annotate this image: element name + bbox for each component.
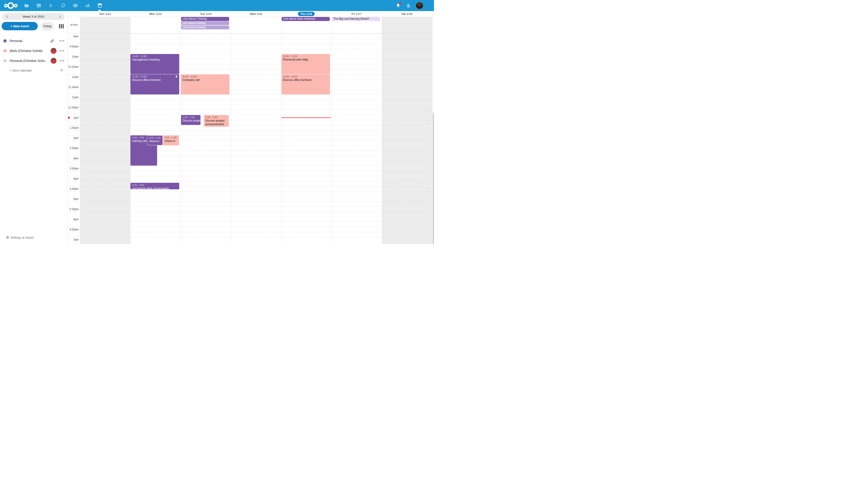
grid-line-dotted — [68, 69, 432, 70]
previous-week-button[interactable] — [2, 13, 12, 20]
nextcloud-logo-icon[interactable] — [4, 2, 18, 9]
event-chip[interactable]: 1:00 - 1:30Discuss project announcement — [181, 115, 200, 125]
calendar-actions-menu-icon[interactable] — [60, 60, 64, 61]
time-axis-label: 6pm — [68, 218, 79, 221]
event-chip[interactable]: 2:00 - 2:30check-in — [147, 135, 163, 145]
all-day-label: all-day — [68, 23, 80, 26]
scrollbar-thumb[interactable] — [433, 112, 434, 244]
next-week-button[interactable] — [55, 13, 65, 20]
new-event-button[interactable]: + New event — [2, 22, 38, 30]
active-day-pill: Thu 1/16 — [298, 12, 315, 16]
grid-line-solid — [68, 54, 432, 54]
calendar-icon[interactable] — [94, 0, 106, 11]
day-header-tue[interactable]: Tue 1/14 — [181, 11, 231, 17]
event-chip[interactable]: 10:00 - 11:00management meeting — [130, 54, 179, 74]
talk-bubble-icon[interactable] — [57, 0, 69, 11]
calendar-color-dot[interactable] — [3, 59, 6, 62]
day-header-fri[interactable]: Fri 1/17 — [331, 11, 381, 17]
time-axis-label: 10:30am — [68, 65, 79, 68]
calendar-list-item[interactable]: Personal (Christine Scho... — [0, 56, 68, 66]
event-time: 1:00 - 1:30 — [183, 116, 199, 119]
grid-line-solid — [68, 34, 432, 34]
calendar-name: Personal (Christine Scho... — [10, 59, 48, 63]
grid-line-dotted — [68, 201, 432, 202]
photos-icon[interactable] — [33, 0, 45, 11]
calendar-actions-menu-icon[interactable] — [60, 40, 64, 41]
grid-line-dotted — [68, 151, 432, 151]
grid-line-solid — [68, 95, 432, 95]
time-axis-label: 2pm — [68, 136, 79, 140]
time-axis-label: 2:30pm — [68, 147, 79, 150]
calendar-sidebar: Week 3 of 2020 + New event Today Persona… — [0, 11, 68, 244]
event-time: 10:00 - 11:00 — [132, 55, 178, 58]
calendar-actions-menu-icon[interactable] — [60, 51, 64, 52]
today-button[interactable]: Today — [41, 22, 54, 30]
grid-line-solid — [68, 145, 432, 146]
day-header-thu[interactable]: Thu 1/16 — [281, 11, 331, 17]
all-day-event-chip[interactable]: Line Dance Training — [181, 17, 229, 21]
week-label[interactable]: Week 3 of 2020 — [12, 15, 55, 18]
week-view-toggle-icon[interactable] — [59, 24, 64, 29]
event-title: Discuss office furniture — [132, 78, 178, 82]
new-calendar-button[interactable]: + New calendar+ — [0, 66, 68, 76]
event-chip[interactable]: 11:00 - 12:00Company call — [181, 74, 229, 94]
calendar-list-item[interactable]: Personal — [0, 36, 68, 46]
calendar-name: Work (Christine Schott) — [10, 49, 42, 53]
event-chip[interactable]: 1:00 - 1:30Discuss project announcement — [204, 115, 229, 127]
column-border — [231, 11, 231, 244]
event-chip[interactable]: 11:00 - 12:00Discuss office furniture — [281, 74, 330, 94]
grid-line-solid — [68, 115, 432, 115]
time-axis-label: 4:30pm — [68, 187, 79, 191]
time-axis-label: 5pm — [68, 197, 79, 201]
people-icon[interactable] — [81, 0, 94, 11]
new-calendar-label: + New calendar — [10, 69, 32, 72]
calendar-color-dot[interactable] — [3, 39, 6, 42]
day-header-mon[interactable]: Mon 1/13 — [130, 11, 180, 17]
grid-line-solid — [68, 196, 432, 197]
contacts-menu-icon[interactable] — [405, 3, 411, 8]
grid-line-solid — [68, 44, 432, 44]
share-link-icon[interactable] — [50, 39, 54, 43]
day-header-sat[interactable]: Sat 1/18 — [382, 11, 432, 17]
topbar-right-controls — [396, 0, 423, 11]
time-axis-label: 9:30am — [68, 45, 79, 48]
grid-line-dotted — [68, 181, 432, 182]
day-header-wed[interactable]: Wed 1/15 — [231, 11, 281, 17]
event-chip[interactable]: 11:00 - 12:00Discuss office furniture — [130, 74, 179, 94]
column-border — [80, 11, 80, 244]
lightning-icon[interactable] — [45, 0, 57, 11]
gear-icon: ⚙ — [6, 235, 9, 239]
grid-line-dotted — [68, 90, 432, 90]
event-chip[interactable]: 2:00 - 2:30check-in — [163, 135, 179, 145]
calendar-color-dot[interactable] — [3, 49, 6, 53]
time-axis-label: 12pm — [68, 96, 79, 99]
all-day-event-chip[interactable]: The Big Line Dancing Show!!! — [332, 17, 380, 21]
envelope-icon[interactable] — [69, 0, 81, 11]
vertical-scrollbar[interactable] — [432, 11, 434, 244]
shared-by-avatar — [51, 48, 57, 54]
grid-line-dotted — [68, 130, 432, 131]
calendar-list-item[interactable]: Work (Christine Schott) — [0, 46, 68, 56]
grid-line-dotted — [68, 79, 432, 80]
calendar-list: Personal Work (Christine Schott)Personal… — [0, 36, 68, 76]
folder-icon[interactable] — [20, 0, 33, 11]
time-axis-label: 9am — [68, 35, 79, 38]
all-day-event-chip[interactable]: Line dance training — [181, 26, 229, 30]
time-axis-label: 3pm — [68, 157, 79, 160]
all-day-event-chip[interactable]: Line dance main rehearsal — [282, 17, 330, 21]
day-header-sun[interactable]: Sun 1/12 — [80, 11, 130, 17]
user-avatar[interactable] — [416, 2, 423, 9]
grid-line-dotted — [68, 39, 432, 39]
settings-and-import[interactable]: ⚙ Settings & import — [0, 234, 68, 241]
event-chip[interactable]: 4:20 - 4:40purchasing dept conversation — [130, 183, 179, 189]
event-title: Phonecall with Abby — [283, 58, 329, 61]
column-border — [382, 11, 382, 244]
event-title: Discuss office furniture — [283, 78, 329, 82]
all-day-event-chip[interactable]: Line dance training — [181, 21, 229, 25]
top-navigation-bar — [0, 0, 434, 11]
notifications-bell-icon[interactable] — [396, 3, 401, 8]
grid-line-solid — [68, 206, 432, 207]
column-border — [130, 11, 130, 244]
event-chip[interactable]: 10:00 - 11:00Phonecall with Abby — [281, 54, 330, 74]
time-axis-label: 4pm — [68, 177, 79, 180]
